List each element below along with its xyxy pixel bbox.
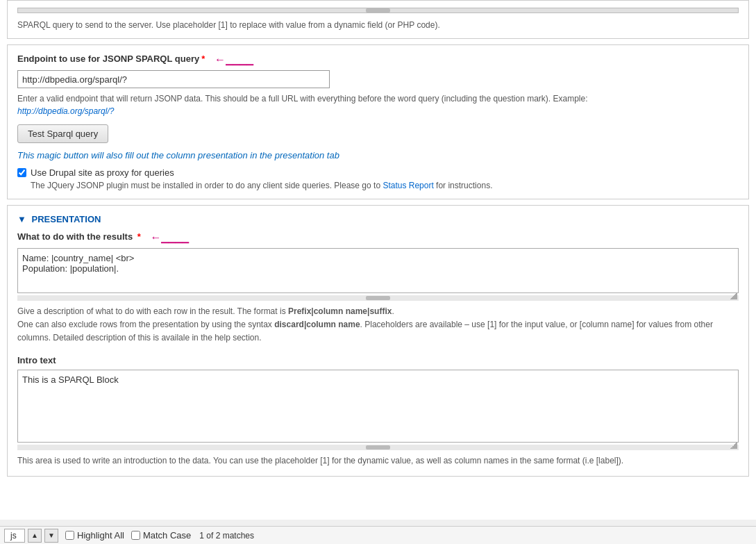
presentation-section: ▼ PRESENTATION What to do with the resul… <box>7 205 749 477</box>
main-content: ▲ ▼ SPARQL query to send to the server. … <box>0 0 756 544</box>
highlight-all-area: Highlight All <box>65 530 124 541</box>
arrow-indicator-results: ←⎯⎯⎯⎯ <box>150 231 189 244</box>
results-hscroll-thumb <box>366 296 390 300</box>
intro-label: Intro text <box>17 355 739 365</box>
top-scroll-section: SPARQL query to send to the server. Use … <box>7 0 749 39</box>
endpoint-input[interactable] <box>17 70 330 88</box>
results-textarea[interactable]: Name: |country_name| <br> Population: |p… <box>17 248 739 293</box>
match-case-area: Match Case <box>131 530 191 541</box>
required-star-results: * <box>137 231 141 242</box>
status-js-box: js <box>4 529 25 543</box>
intro-textarea[interactable]: This is a SPARQL Block <box>17 370 739 443</box>
results-hscrollbar[interactable] <box>17 295 739 301</box>
status-up-button[interactable]: ▲ <box>28 529 42 543</box>
discard-bold: discard|column name <box>274 320 360 329</box>
intro-hscrollbar[interactable] <box>17 445 739 450</box>
content-area: SPARQL query to send to the server. Use … <box>0 0 756 520</box>
match-case-label: Match Case <box>143 530 191 541</box>
intro-textarea-wrapper: This is a SPARQL Block <box>17 370 739 450</box>
intro-hscroll-thumb <box>366 445 390 450</box>
endpoint-example: http://dbpedia.org/sparql/? <box>17 106 114 116</box>
hscroll-thumb-top <box>366 8 390 13</box>
match-case-checkbox[interactable] <box>131 531 140 540</box>
results-description: Give a description of what to do with ea… <box>17 305 739 345</box>
triangle-icon: ▼ <box>17 214 26 224</box>
intro-resize-handle[interactable] <box>730 442 737 449</box>
status-bar: js ▲ ▼ Highlight All Match Case 1 of 2 m… <box>0 526 756 544</box>
endpoint-section: Endpoint to use for JSONP SPARQL query* … <box>7 44 749 199</box>
intro-hint-text: This area is used to write an introducti… <box>17 454 739 468</box>
use-proxy-label: Use Drupal site as proxy for queries <box>31 167 174 178</box>
status-report-link[interactable]: Status Report <box>383 181 433 190</box>
horizontal-scrollbar-top[interactable] <box>17 8 739 13</box>
results-label: What to do with the results * ←⎯⎯⎯⎯ <box>17 231 739 244</box>
presentation-section-title: ▼ PRESENTATION <box>17 214 739 224</box>
proxy-checkbox-row: Use Drupal site as proxy for queries <box>17 167 739 178</box>
match-count-text: 1 of 2 matches <box>199 531 254 541</box>
endpoint-hint: Enter a valid endpoint that will return … <box>17 92 739 117</box>
endpoint-label: Endpoint to use for JSONP SPARQL query* … <box>17 53 739 66</box>
results-textarea-wrapper: Name: |country_name| <br> Population: |p… <box>17 248 739 301</box>
textarea-resize-handle[interactable] <box>730 292 737 299</box>
highlight-all-checkbox[interactable] <box>65 531 74 540</box>
status-down-button[interactable]: ▼ <box>44 529 58 543</box>
prefix-bold: Prefix|column name|suffix <box>288 306 392 316</box>
jquery-hint: The JQuery JSONP plugin must be installe… <box>31 181 739 190</box>
use-proxy-checkbox[interactable] <box>17 168 26 177</box>
magic-text: This magic button will also fill out the… <box>17 150 739 160</box>
test-sparql-button[interactable]: Test Sparql query <box>17 124 108 143</box>
highlight-all-label: Highlight All <box>77 530 124 541</box>
required-star-endpoint: * <box>201 53 205 64</box>
presentation-tab-link[interactable]: presentation tab <box>275 150 339 160</box>
sparql-hint-text: SPARQL query to send to the server. Use … <box>17 19 739 31</box>
arrow-indicator-endpoint: ←⎯⎯⎯⎯ <box>215 53 253 66</box>
